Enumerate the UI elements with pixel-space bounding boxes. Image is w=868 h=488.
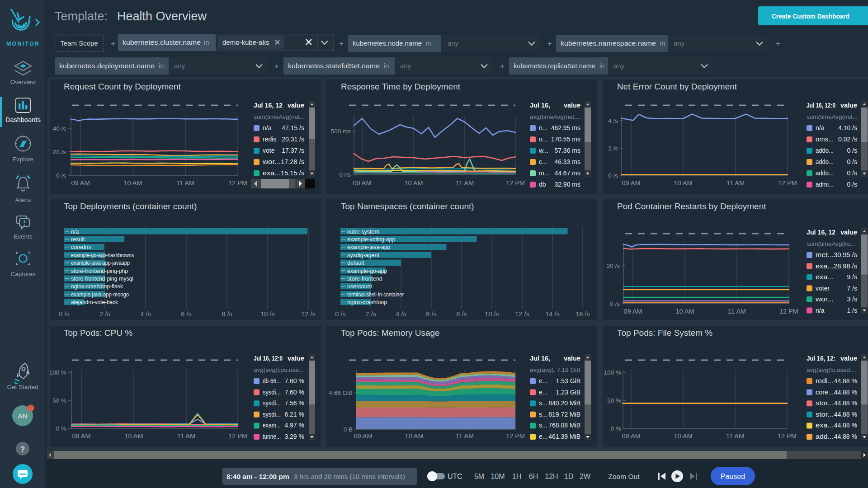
svg-text:10M: 10M bbox=[491, 473, 505, 480]
svg-text:11 AM: 11 AM bbox=[726, 432, 744, 440]
svg-text:170.55 ms: 170.55 ms bbox=[551, 136, 580, 143]
svg-text:Alerts: Alerts bbox=[15, 197, 31, 203]
svg-text:s...: s... bbox=[539, 411, 547, 418]
svg-text:0 /s: 0 /s bbox=[56, 172, 66, 179]
svg-text:2 /s: 2 /s bbox=[99, 310, 110, 318]
svg-text:462.95 ms: 462.95 ms bbox=[551, 124, 580, 131]
svg-text:met...: met... bbox=[816, 251, 834, 258]
svg-text:in: in bbox=[384, 62, 389, 70]
svg-text:store-frontend-ping-mysql: store-frontend-ping-mysql bbox=[71, 276, 133, 282]
svg-text:admi...: admi... bbox=[816, 181, 834, 188]
svg-text:+: + bbox=[111, 39, 115, 48]
svg-text:addo...: addo... bbox=[816, 169, 834, 177]
svg-text:kubernetes.statefulSet.name: kubernetes.statefulSet.name bbox=[288, 62, 380, 70]
svg-text:Jul 16, 12:0: Jul 16, 12:0 bbox=[254, 355, 283, 362]
svg-text:Jul 16,: Jul 16, bbox=[530, 102, 550, 109]
svg-text:+: + bbox=[339, 39, 344, 48]
svg-text:nginx-crashloop: nginx-crashloop bbox=[347, 299, 387, 305]
svg-text:sum(timeAvg(ku...: sum(timeAvg(ku... bbox=[807, 240, 856, 247]
svg-text:15.15 /s: 15.15 /s bbox=[281, 169, 304, 177]
svg-text:12 PM: 12 PM bbox=[506, 179, 525, 187]
svg-text:7.56 %: 7.56 % bbox=[284, 399, 304, 407]
svg-text:50 %: 50 % bbox=[52, 397, 66, 404]
svg-text:44.88 %: 44.88 % bbox=[834, 411, 857, 418]
svg-text:sum(timeAvg(net...: sum(timeAvg(net... bbox=[807, 113, 858, 120]
svg-text:Template:: Template: bbox=[55, 9, 108, 23]
svg-text:Top Pods: CPU %: Top Pods: CPU % bbox=[64, 328, 132, 338]
svg-text:s...: s... bbox=[539, 422, 547, 429]
svg-text:value: value bbox=[288, 102, 304, 109]
svg-text:12 PM: 12 PM bbox=[228, 432, 247, 440]
svg-text:n...: n... bbox=[539, 124, 547, 131]
svg-text:09 AM: 09 AM bbox=[623, 308, 642, 315]
svg-text:100 %: 100 % bbox=[49, 369, 66, 376]
svg-text:kube-system: kube-system bbox=[347, 229, 379, 235]
svg-text:add...: add... bbox=[816, 433, 834, 440]
svg-text:1D: 1D bbox=[564, 473, 573, 480]
svg-text:AN: AN bbox=[18, 413, 27, 420]
svg-text:3.29 %: 3.29 % bbox=[284, 433, 304, 440]
svg-text:Dashboards: Dashboards bbox=[5, 116, 41, 123]
svg-text:n/a: n/a bbox=[71, 229, 79, 235]
svg-text:avg(timeAvg(net....: avg(timeAvg(net.... bbox=[530, 113, 581, 120]
svg-text:0 /s: 0 /s bbox=[847, 158, 857, 165]
svg-text:44.67 ms: 44.67 ms bbox=[554, 169, 580, 177]
svg-text:0 %: 0 % bbox=[56, 425, 66, 432]
svg-text:09 AM: 09 AM bbox=[71, 179, 90, 187]
svg-text:value: value bbox=[564, 102, 580, 109]
svg-text:Explore: Explore bbox=[13, 156, 33, 163]
svg-text:kubernetes.namespace.name: kubernetes.namespace.name bbox=[561, 39, 656, 47]
svg-text:3 /s: 3 /s bbox=[847, 296, 857, 303]
svg-text:12 PM: 12 PM bbox=[506, 432, 525, 440]
svg-text:demo-kube-aks: demo-kube-aks bbox=[222, 38, 269, 46]
svg-text:Top Namespaces (container coun: Top Namespaces (container count) bbox=[341, 202, 474, 211]
svg-text:20 /s: 20 /s bbox=[607, 263, 620, 269]
svg-text:40 /s: 40 /s bbox=[53, 125, 66, 132]
svg-text:Top Pods: Memory Usage: Top Pods: Memory Usage bbox=[341, 328, 440, 338]
svg-text:e...: e... bbox=[539, 433, 547, 440]
svg-text:wor...: wor... bbox=[815, 296, 834, 303]
svg-text:500 ms: 500 ms bbox=[331, 128, 351, 135]
svg-text:Jul 16, 12: Jul 16, 12 bbox=[807, 229, 835, 236]
svg-text:exam...: exam... bbox=[263, 422, 281, 429]
svg-text:?: ? bbox=[20, 445, 25, 454]
svg-text:example-go-app: example-go-app bbox=[347, 268, 387, 274]
svg-text:default: default bbox=[347, 260, 364, 266]
svg-text:value: value bbox=[564, 355, 580, 362]
svg-text:0 ns: 0 ns bbox=[339, 171, 351, 178]
svg-text:11 AM: 11 AM bbox=[728, 308, 746, 315]
svg-text:7 /s: 7 /s bbox=[847, 285, 857, 292]
svg-text:+: + bbox=[547, 39, 552, 48]
svg-text:0 /s: 0 /s bbox=[847, 147, 857, 154]
svg-text:stor...: stor... bbox=[816, 411, 834, 418]
svg-text:4.10 /s: 4.10 /s bbox=[838, 124, 857, 131]
svg-text:4 /s: 4 /s bbox=[608, 117, 618, 124]
svg-text:12 PM: 12 PM bbox=[778, 432, 797, 440]
svg-text:in: in bbox=[599, 62, 604, 70]
svg-text:20.31 /s: 20.31 /s bbox=[282, 136, 304, 143]
svg-text:4.97 %: 4.97 % bbox=[284, 422, 304, 429]
svg-text:7.60 %: 7.60 % bbox=[284, 377, 304, 385]
svg-text:Get Started: Get Started bbox=[7, 384, 38, 390]
svg-text:12 PM: 12 PM bbox=[228, 179, 247, 187]
svg-text:db-66...: db-66... bbox=[263, 377, 281, 385]
svg-text:0 /s: 0 /s bbox=[59, 310, 69, 318]
svg-text:12 /s: 12 /s bbox=[515, 310, 529, 318]
svg-text:stor...: stor... bbox=[816, 399, 834, 407]
svg-text:exa...: exa... bbox=[816, 273, 834, 281]
svg-text:Top Deployments (container cou: Top Deployments (container count) bbox=[64, 202, 197, 211]
svg-text:any: any bbox=[448, 39, 459, 47]
svg-text:store-frontend: store-frontend bbox=[347, 276, 382, 282]
svg-text:exa...: exa... bbox=[816, 263, 834, 270]
svg-text:n/a: n/a bbox=[816, 307, 825, 314]
svg-text:n/a: n/a bbox=[816, 124, 825, 131]
svg-text:1.23 GiB: 1.23 GiB bbox=[556, 389, 580, 396]
svg-text:44.88 %: 44.88 % bbox=[834, 377, 857, 385]
svg-text:exa...: exa... bbox=[816, 422, 834, 429]
svg-text:10 AM: 10 AM bbox=[124, 432, 143, 440]
svg-text:in: in bbox=[660, 40, 665, 47]
svg-text:kubernetes.node.name: kubernetes.node.name bbox=[353, 39, 422, 47]
svg-text:11 AM: 11 AM bbox=[726, 179, 745, 187]
svg-text:28.98 /s: 28.98 /s bbox=[834, 263, 857, 270]
svg-text:w...: w... bbox=[538, 147, 548, 154]
